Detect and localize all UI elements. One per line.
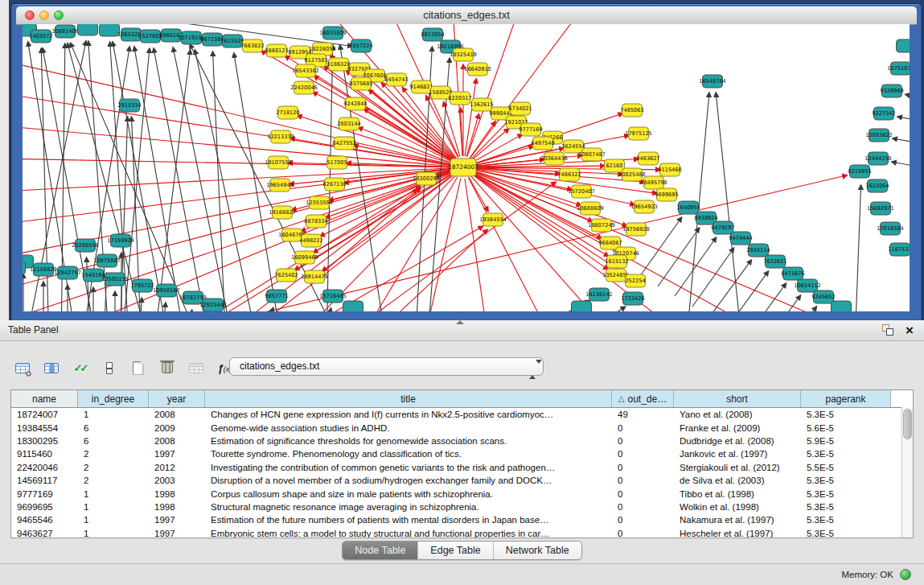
column-header-short[interactable]: short — [674, 390, 801, 407]
table-selector-dropdown[interactable]: citations_edges.txt — [229, 357, 544, 376]
graph-node-label: 1733426 — [621, 295, 644, 302]
graph-node-label: 252254 — [625, 278, 645, 284]
cell-in_degree: 2 — [78, 449, 149, 459]
graph-edge — [658, 228, 700, 286]
cell-pagerank: 5.3E-5 — [801, 502, 891, 512]
cell-year: 1997 — [149, 449, 205, 459]
graph-node-label: 9115460 — [658, 167, 681, 173]
graph-node-label: 15692971 — [867, 205, 894, 212]
table-row[interactable]: 946362711997Embryonic stem cells: a mode… — [11, 527, 913, 538]
graph-edge — [363, 229, 487, 311]
citation-network-graph[interactable]: 1405572208914061065328715276026966162107… — [23, 24, 910, 311]
column-header-name[interactable]: name — [11, 390, 78, 407]
tab-edge-table[interactable]: Edge Table — [417, 542, 492, 559]
graph-node-label: 62160 — [606, 163, 623, 169]
graph-node-label: 19166827 — [269, 209, 296, 216]
graph-node[interactable] — [897, 39, 910, 52]
table-row[interactable]: 1456911722003Disruption of a novel membe… — [11, 474, 913, 487]
table-row[interactable]: 911546021997Tourette syndrome. Phenomeno… — [11, 447, 913, 460]
graph-node-label: 1621064 — [865, 183, 889, 189]
graph-edge — [23, 85, 452, 166]
show-columns-icon[interactable] — [40, 357, 62, 378]
close-panel-icon[interactable]: × — [906, 321, 914, 340]
memory-status-indicator[interactable] — [900, 569, 911, 580]
cell-year: 2009 — [149, 423, 205, 433]
create-table-icon[interactable] — [127, 357, 149, 378]
graph-node-label: 1615132 — [605, 258, 628, 265]
graph-node-label: 8215955 — [848, 168, 871, 175]
network-window-titlebar[interactable]: citations_edges.txt — [16, 6, 917, 25]
graph-node-label: 10807487 — [578, 151, 606, 158]
graph-node-label: 17016504 — [877, 225, 904, 232]
scrollbar-thumb[interactable] — [903, 409, 912, 439]
cell-title: Structural magnetic resonance image aver… — [205, 502, 612, 512]
desktop-left-strip — [0, 0, 9, 320]
table-row[interactable]: 946554611997Estimation of the future num… — [11, 513, 913, 526]
column-header-in_degree[interactable]: in_degree — [78, 390, 149, 407]
table-row[interactable]: 1830029562008Estimation of significance … — [11, 435, 913, 447]
cell-title: Disruption of a novel member of a sodium… — [205, 476, 612, 485]
delete-table-icon[interactable] — [156, 357, 178, 378]
graph-node-label: 9245652 — [811, 294, 835, 300]
graph-edge — [897, 117, 910, 123]
tab-node-table[interactable]: Node Table — [343, 542, 417, 559]
graph-node-label: 1527602 — [138, 33, 162, 39]
column-header-out_de[interactable]: △out_de… — [612, 390, 674, 407]
graph-node[interactable] — [343, 301, 363, 311]
panel-divider-grip[interactable] — [456, 320, 464, 324]
cell-name: 14569117 — [11, 476, 78, 485]
graph-node-label: 1795722 — [130, 282, 154, 289]
cell-in_degree: 2 — [78, 476, 149, 485]
network-window[interactable]: citations_edges.txt 14055722089140610653… — [10, 3, 922, 321]
table-row[interactable]: 977716911998Corpus callosum shape and si… — [11, 487, 913, 500]
graph-node-label: 9375685 — [349, 80, 372, 87]
graph-node-label: 8186328 — [326, 61, 350, 68]
graph-node-label: 10688609 — [577, 205, 604, 212]
graph-node-label: 28495798 — [640, 179, 667, 186]
graph-edge — [892, 162, 910, 170]
cell-year: 1998 — [149, 502, 205, 512]
graph-edge — [692, 248, 734, 307]
graph-node[interactable] — [572, 301, 592, 311]
table-mode-icon[interactable] — [11, 357, 33, 378]
graph-node-label: 12353594 — [306, 200, 333, 206]
graph-node-label: 6479197 — [711, 225, 734, 231]
graph-node-label: 8267130 — [322, 181, 346, 187]
table-row[interactable]: 1938455462009Genome-wide association stu… — [11, 421, 913, 434]
graph-node-label: 18325419 — [450, 51, 477, 58]
column-header-year[interactable]: year — [149, 390, 205, 407]
cell-in_degree: 1 — [78, 489, 149, 499]
graph-node-label: 16640910 — [464, 66, 491, 72]
graph-node-label: 20206556 — [72, 242, 99, 249]
float-panel-icon[interactable] — [882, 324, 893, 336]
graph-node-label: 9684067 — [598, 240, 622, 246]
column-header-pagerank[interactable]: pagerank — [801, 390, 891, 407]
graph-node[interactable] — [100, 24, 120, 36]
graph-node-label: 12444158 — [864, 155, 892, 162]
vertical-scrollbar[interactable] — [901, 407, 913, 538]
graph-node-label: 16914479 — [301, 274, 328, 280]
cell-short: Hescheler et al. (1997) — [674, 529, 801, 538]
graph-node[interactable] — [832, 301, 852, 311]
graph-node[interactable] — [23, 262, 26, 274]
graph-node-label: 1362615 — [470, 101, 493, 108]
graph-node-label: 18107552 — [265, 159, 292, 166]
column-header-title[interactable]: title — [205, 390, 612, 407]
select-all-columns-icon[interactable]: ✓✓ — [69, 357, 91, 378]
cell-in_degree: 6 — [78, 423, 149, 433]
graph-node-label: 8220317 — [448, 95, 471, 101]
cell-name: 9115460 — [11, 449, 78, 459]
cell-name: 9463627 — [11, 529, 78, 538]
graph-edge — [468, 177, 564, 311]
graph-node-label: 1167533 — [888, 246, 910, 253]
cell-pagerank: 5.3E-5 — [801, 410, 891, 419]
graph-edge — [777, 307, 816, 311]
table-row[interactable]: 1872400712008Changes of HCN gene express… — [11, 408, 913, 421]
graph-node[interactable] — [78, 24, 98, 35]
graph-edge — [855, 185, 861, 311]
tab-network-table[interactable]: Network Table — [493, 542, 581, 559]
table-row[interactable]: 2242004622012Investigating the contribut… — [11, 461, 913, 474]
row-mode-icon[interactable] — [98, 357, 120, 378]
network-canvas[interactable]: 1405572208914061065328715276026966162107… — [23, 24, 910, 311]
table-row[interactable]: 969969511998Structural magnetic resonanc… — [11, 501, 913, 513]
